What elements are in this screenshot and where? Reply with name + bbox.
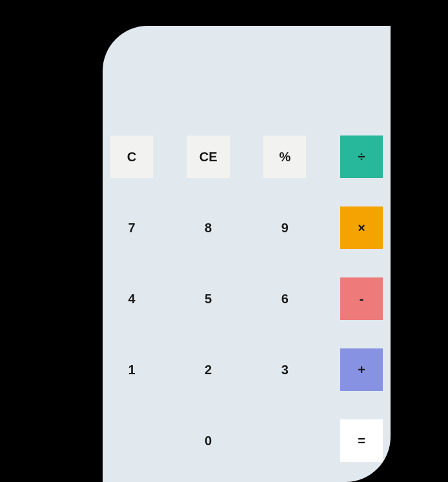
clear-button[interactable]: C xyxy=(110,136,153,178)
digit-0-button[interactable]: 0 xyxy=(187,419,230,462)
digit-3-button[interactable]: 3 xyxy=(263,348,306,391)
digit-6-button[interactable]: 6 xyxy=(263,277,306,320)
digit-7-button[interactable]: 7 xyxy=(110,206,153,249)
minus-button[interactable]: - xyxy=(340,277,383,320)
divide-button[interactable]: ÷ xyxy=(340,136,383,178)
percent-button[interactable]: % xyxy=(263,136,306,178)
calculator-display xyxy=(103,26,391,136)
clear-entry-button[interactable]: CE xyxy=(187,136,230,178)
digit-9-button[interactable]: 9 xyxy=(263,206,306,249)
button-row: C CE % ÷ xyxy=(110,136,383,178)
button-grid: C CE % ÷ 7 8 9 × 4 5 6 - 1 2 3 + 0 = xyxy=(103,136,391,462)
digit-8-button[interactable]: 8 xyxy=(187,206,230,249)
plus-button[interactable]: + xyxy=(340,348,383,391)
digit-4-button[interactable]: 4 xyxy=(110,277,153,320)
digit-1-button[interactable]: 1 xyxy=(110,348,153,391)
button-row: 0 = xyxy=(110,419,383,462)
button-row: 7 8 9 × xyxy=(110,206,383,249)
button-row: 1 2 3 + xyxy=(110,348,383,391)
multiply-button[interactable]: × xyxy=(340,206,383,249)
digit-2-button[interactable]: 2 xyxy=(187,348,230,391)
equals-button[interactable]: = xyxy=(340,419,383,462)
calculator-body: C CE % ÷ 7 8 9 × 4 5 6 - 1 2 3 + 0 = xyxy=(103,26,391,482)
digit-5-button[interactable]: 5 xyxy=(187,277,230,320)
button-row: 4 5 6 - xyxy=(110,277,383,320)
